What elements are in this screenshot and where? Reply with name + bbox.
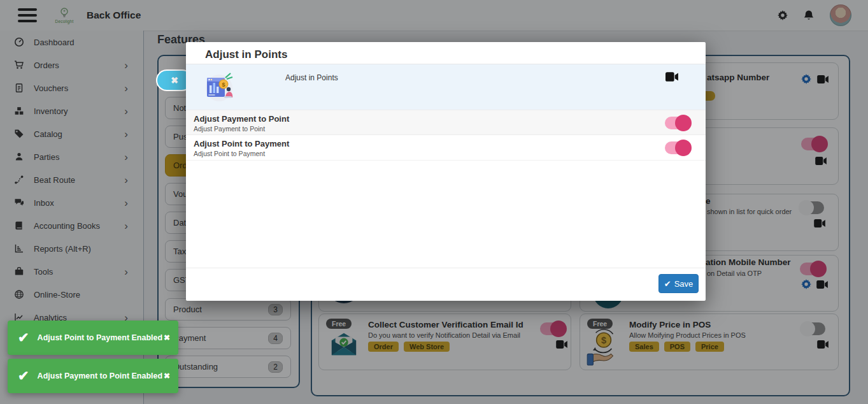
toast-message: Adjust Payment to Point Enabled bbox=[38, 372, 164, 380]
check-icon: ✔ bbox=[664, 279, 671, 289]
setting-desc: Adjust Payment to Point bbox=[194, 125, 265, 133]
svg-text:$: $ bbox=[222, 82, 225, 88]
toast-message: Adjust Point to Payment Enabled bbox=[38, 333, 164, 342]
adjust-in-points-modal: Adjust in Points $ Adjust in Points bbox=[186, 42, 706, 301]
toast-payment-to-point: ✔ Adjust Payment to Point Enabled ✖ bbox=[8, 359, 178, 393]
setting-row-adjust-point-to-payment: Adjust Point to Payment Adjust Point to … bbox=[186, 135, 706, 161]
adjust-point-to-payment-toggle[interactable] bbox=[665, 141, 689, 154]
points-illustration: $ bbox=[203, 70, 236, 103]
toast-point-to-payment: ✔ Adjust Point to Payment Enabled ✖ bbox=[8, 321, 178, 355]
modal-banner: $ Adjust in Points bbox=[186, 64, 706, 110]
save-label: Save bbox=[674, 279, 694, 289]
setting-title: Adjust Point to Payment bbox=[194, 139, 289, 148]
modal-title: Adjust in Points bbox=[205, 48, 287, 61]
setting-row-adjust-payment-to-point: Adjust Payment to Point Adjust Payment t… bbox=[186, 110, 706, 135]
banner-label: Adjust in Points bbox=[285, 73, 338, 82]
check-icon: ✔ bbox=[18, 368, 29, 384]
divider bbox=[186, 268, 706, 268]
save-button[interactable]: ✔ Save bbox=[658, 274, 699, 293]
setting-title: Adjust Payment to Point bbox=[194, 114, 289, 124]
adjust-payment-to-point-toggle[interactable] bbox=[665, 117, 689, 129]
toast-close-icon[interactable]: ✖ bbox=[164, 372, 170, 380]
check-icon: ✔ bbox=[18, 330, 29, 345]
video-icon[interactable] bbox=[665, 72, 679, 82]
app-root: Decolight Back Office Dashboard Orders › bbox=[0, 0, 868, 404]
toast-close-icon[interactable]: ✖ bbox=[164, 333, 170, 342]
setting-desc: Adjust Point to Payment bbox=[194, 150, 265, 157]
close-icon: ✖ bbox=[171, 75, 178, 85]
